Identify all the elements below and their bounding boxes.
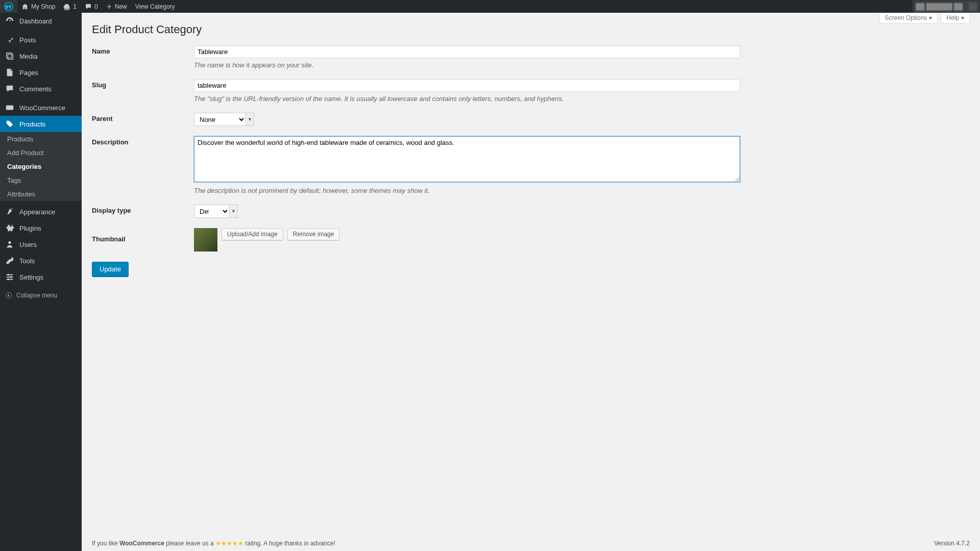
admin-bar: My Shop 1 0 New View Category ██ ██████ … [0,0,980,13]
home-icon [21,3,29,10]
comments-link[interactable]: 0 [81,0,102,13]
view-category-link[interactable]: View Category [131,0,179,13]
svg-point-0 [5,2,13,10]
plus-icon [106,4,112,10]
view-label: View Category [135,3,175,10]
comment-icon [85,3,92,10]
comments-count: 0 [94,3,98,10]
user-greeting: ██ ██████ ██ [916,3,963,10]
avatar [969,3,977,11]
update-icon [63,3,70,10]
new-label: New [115,3,127,10]
updates-count: 1 [73,3,77,10]
site-name: My Shop [31,3,55,10]
wp-logo[interactable] [0,0,17,13]
user-account[interactable]: ██ ██████ ██ [913,0,980,13]
new-content-link[interactable]: New [102,0,131,13]
wordpress-icon [4,2,13,11]
site-link[interactable]: My Shop [17,0,59,13]
updates-link[interactable]: 1 [59,0,81,13]
